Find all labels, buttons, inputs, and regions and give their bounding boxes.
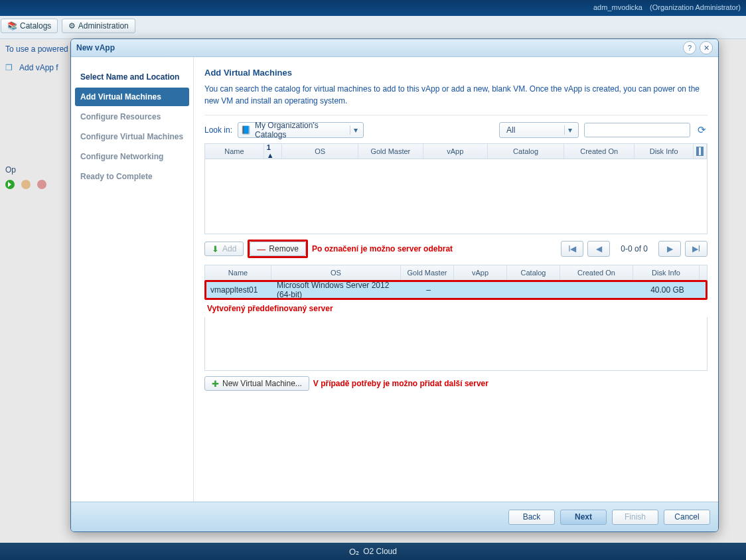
col2-vapp[interactable]: vApp: [454, 265, 507, 280]
step-add-vms[interactable]: Add Virtual Machines: [75, 88, 189, 106]
stop-icon[interactable]: [37, 180, 46, 189]
step-configure-networking[interactable]: Configure Networking: [75, 147, 189, 166]
main-tabs-bar: 📚 Catalogs ⚙ Administration: [0, 16, 746, 39]
pager-first[interactable]: I◀: [561, 241, 583, 257]
columns-icon: [696, 147, 704, 156]
filter-dropdown[interactable]: All ▾: [499, 122, 579, 138]
look-in-label: Look in:: [204, 125, 232, 135]
cell-vapp: [455, 282, 508, 298]
pager-last[interactable]: ▶I: [685, 241, 708, 257]
remove-highlight: — Remove: [248, 240, 308, 258]
add-vapp-label[interactable]: Add vApp f: [19, 63, 58, 72]
selected-grid-empty: [204, 317, 708, 371]
col-os[interactable]: OS: [282, 144, 358, 159]
remove-button[interactable]: — Remove: [250, 242, 306, 256]
new-vm-button[interactable]: ✚ New Virtual Machine...: [204, 376, 309, 391]
col2-catalog[interactable]: Catalog: [507, 265, 560, 280]
cell-gold: –: [402, 282, 455, 298]
col-vapp[interactable]: vApp: [423, 144, 488, 159]
back-button[interactable]: Back: [508, 510, 555, 525]
pager-next[interactable]: ▶: [658, 241, 681, 257]
pager-prev[interactable]: ◀: [587, 241, 610, 257]
selected-vm-grid: Name OS Gold Master vApp Catalog Created…: [204, 265, 708, 371]
chevron-down-icon: ▾: [564, 125, 575, 135]
status-text: O2 Cloud: [363, 547, 397, 556]
minus-icon: —: [257, 245, 265, 253]
annotation-remove: Po označení je možno server odebrat: [312, 244, 453, 253]
cell-name: vmappltest01: [206, 282, 273, 298]
catalog-grid: Name 1 ▲ OS Gold Master vApp Catalog Cre…: [204, 143, 708, 234]
cancel-button[interactable]: Cancel: [664, 510, 710, 525]
col-created-on[interactable]: Created On: [564, 144, 634, 159]
annotation-new-vm: V případě potřeby je možno přidat další …: [313, 379, 488, 388]
look-in-dropdown[interactable]: 📘 My Organization's Catalogs ▾: [238, 122, 364, 138]
col-gold-master[interactable]: Gold Master: [358, 144, 423, 159]
dialog-title: New vApp: [76, 43, 115, 52]
user-name: adm_mvodicka: [593, 3, 642, 11]
pager-text: 0-0 of 0: [621, 244, 648, 253]
step-ready-complete[interactable]: Ready to Complete: [75, 167, 189, 186]
next-button[interactable]: Next: [560, 510, 607, 525]
add-button[interactable]: ⬇ Add: [204, 242, 244, 256]
refresh-icon[interactable]: ⟳: [696, 124, 708, 136]
dialog-titlebar: New vApp ? ✕: [71, 39, 718, 57]
wizard-steps: Select Name and Location Add Virtual Mac…: [71, 57, 194, 502]
catalogs-icon: 📘: [241, 125, 251, 135]
cell-disk: 40.00 GB: [634, 282, 701, 298]
chevron-down-icon: ▾: [350, 125, 360, 135]
arrow-down-icon: ⬇: [212, 245, 219, 253]
col-catalog[interactable]: Catalog: [488, 144, 564, 159]
dialog-footer: Back Next Finish Cancel: [71, 502, 718, 531]
help-icon[interactable]: ?: [683, 41, 696, 54]
col-name[interactable]: Name: [205, 144, 264, 159]
col2-disk-info[interactable]: Disk Info: [633, 265, 700, 280]
panel-title: Add Virtual Machines: [204, 68, 708, 78]
pause-icon[interactable]: [21, 180, 31, 189]
catalogs-icon: 📚: [7, 21, 17, 31]
gear-icon: ⚙: [68, 21, 76, 31]
selected-row-highlight: vmappltest01 Microsoft Windows Server 20…: [204, 280, 708, 300]
column-picker[interactable]: [694, 144, 707, 159]
catalog-grid-body: [205, 159, 707, 234]
col-disk-info[interactable]: Disk Info: [634, 144, 694, 159]
annotation-created: Vytvořený předdefinovaný server: [207, 304, 333, 313]
plus-icon: ✚: [212, 380, 219, 388]
tab-administration[interactable]: ⚙ Administration: [62, 19, 135, 33]
vm-table-row[interactable]: vmappltest01 Microsoft Windows Server 20…: [206, 282, 706, 298]
step-configure-vms[interactable]: Configure Virtual Machines: [75, 127, 189, 146]
close-icon[interactable]: ✕: [700, 41, 713, 54]
panel-description: You can search the catalog for virtual m…: [204, 83, 708, 107]
search-input[interactable]: [584, 123, 690, 137]
col2-gold-master[interactable]: Gold Master: [401, 265, 454, 280]
step-configure-resources[interactable]: Configure Resources: [75, 107, 189, 126]
col2-os[interactable]: OS: [271, 265, 401, 280]
cell-catalog: [508, 282, 561, 298]
status-bar: O₂ O2 Cloud: [0, 543, 746, 560]
o2-logo-icon: O₂: [349, 547, 359, 557]
app-header: adm_mvodicka (Organization Administrator…: [0, 0, 746, 16]
new-vapp-dialog: New vApp ? ✕ Select Name and Location Ad…: [70, 38, 719, 532]
col2-name[interactable]: Name: [205, 265, 271, 280]
play-icon[interactable]: [5, 180, 15, 189]
step-name-location[interactable]: Select Name and Location: [75, 68, 189, 86]
user-role: (Organization Administrator): [650, 3, 741, 11]
tab-catalogs[interactable]: 📚 Catalogs: [1, 19, 58, 33]
pager: I◀ ◀ 0-0 of 0 ▶ ▶I: [561, 241, 708, 257]
cell-created: [561, 282, 634, 298]
finish-button[interactable]: Finish: [612, 510, 658, 525]
cell-os: Microsoft Windows Server 2012 (64-bit): [273, 282, 402, 298]
vapp-cube-icon: ❒: [5, 63, 13, 72]
col-sort[interactable]: 1 ▲: [264, 144, 282, 159]
col2-created-on[interactable]: Created On: [560, 265, 633, 280]
